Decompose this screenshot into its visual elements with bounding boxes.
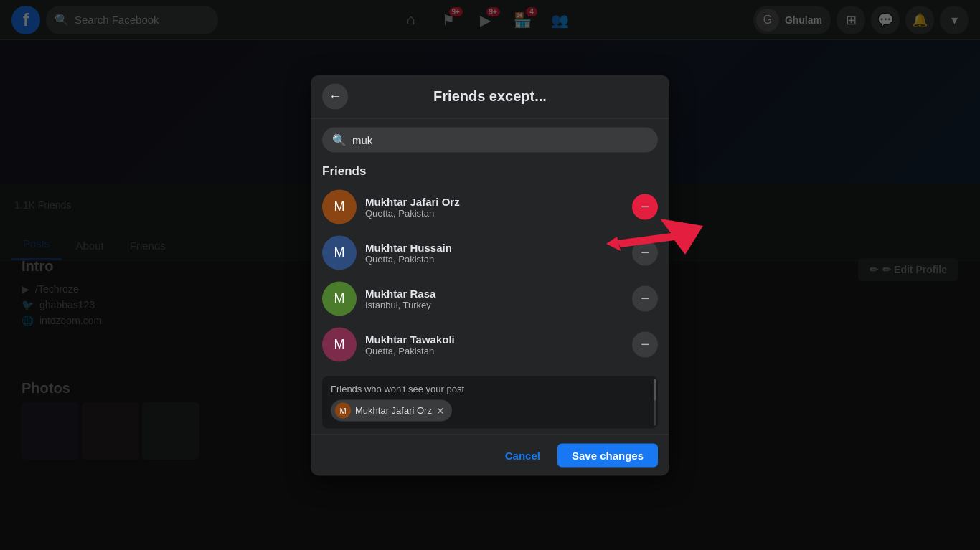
friend-info: Mukhtar Jafari Orz Quetta, Pakistan (365, 195, 623, 218)
friend-info: Mukhtar Rasa Istanbul, Turkey (365, 287, 623, 310)
friend-tag[interactable]: M Mukhtar Jafari Orz ✕ (331, 399, 452, 421)
list-item[interactable]: M Mukhtar Tawakoli Quetta, Pakistan − (311, 321, 669, 367)
search-icon: 🔍 (332, 133, 347, 146)
friends-search-box[interactable]: 🔍 (322, 127, 658, 152)
modal-search-area: 🔍 (311, 118, 669, 161)
add-friend-button[interactable]: − (632, 240, 658, 265)
minus-icon: − (641, 245, 649, 261)
tag-remove-button[interactable]: ✕ (436, 405, 445, 415)
save-changes-button[interactable]: Save changes (557, 443, 658, 467)
modal-footer: Cancel Save changes (311, 434, 669, 475)
friend-name: Mukhtar Hussain (365, 241, 623, 253)
modal-header: ← Friends except... (311, 75, 669, 118)
add-friend-button[interactable]: − (632, 285, 658, 311)
avatar: M (322, 327, 357, 361)
friend-location: Quetta, Pakistan (365, 345, 623, 356)
scrollbar-track[interactable] (654, 379, 656, 425)
friend-name: Mukhtar Tawakoli (365, 333, 623, 345)
avatar: M (322, 189, 357, 224)
friends-except-modal: ← Friends except... 🔍 Friends M Mukhtar … (311, 75, 669, 475)
minus-icon: − (641, 336, 649, 353)
cancel-button[interactable]: Cancel (494, 443, 552, 467)
scrollbar-thumb (654, 379, 656, 400)
add-friend-button[interactable]: − (632, 331, 658, 357)
back-icon: ← (329, 89, 341, 104)
tag-name: Mukhtar Jafari Orz (355, 405, 432, 416)
avatar: M (322, 281, 357, 316)
minus-icon: − (641, 290, 649, 307)
list-item[interactable]: M Mukhtar Hussain Quetta, Pakistan − (311, 229, 669, 275)
friend-location: Quetta, Pakistan (365, 207, 623, 218)
friend-name: Mukhtar Rasa (365, 287, 623, 299)
excluded-friends-container: M Mukhtar Jafari Orz ✕ (331, 399, 649, 421)
list-item[interactable]: M Mukhtar Jafari Orz Quetta, Pakistan − (311, 184, 669, 229)
modal-title: Friends except... (357, 88, 623, 105)
back-button[interactable]: ← (322, 83, 348, 109)
friend-name: Mukhtar Jafari Orz (365, 195, 623, 207)
wont-see-section: Friends who won't see your post M Mukhta… (322, 376, 658, 428)
list-item[interactable]: M Mukhtar Rasa Istanbul, Turkey − (311, 275, 669, 321)
friend-info: Mukhtar Hussain Quetta, Pakistan (365, 241, 623, 264)
friends-search-input[interactable] (352, 133, 648, 146)
list-item[interactable]: R Riza Mukhtari Federation Of Internatio… (311, 367, 669, 370)
avatar: M (322, 235, 357, 270)
remove-friend-button[interactable]: − (632, 194, 658, 219)
friend-location: Quetta, Pakistan (365, 253, 623, 264)
wont-see-label: Friends who won't see your post (331, 383, 649, 394)
friend-location: Istanbul, Turkey (365, 299, 623, 310)
minus-icon: − (641, 199, 649, 215)
friends-section-label: Friends (311, 161, 669, 184)
friends-list: M Mukhtar Jafari Orz Quetta, Pakistan − … (311, 184, 669, 370)
friend-info: Mukhtar Tawakoli Quetta, Pakistan (365, 333, 623, 356)
tag-avatar: M (335, 402, 351, 418)
